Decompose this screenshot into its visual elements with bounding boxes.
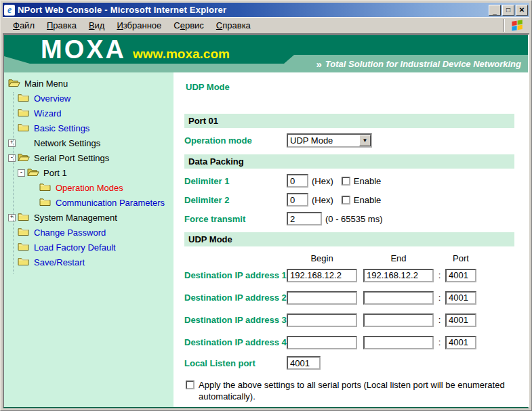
menu-bar: ФайлПравкаВидИзбранноеСервисСправка <box>3 17 529 34</box>
sidebar-item-network-settings[interactable]: +Network Settings <box>4 135 173 150</box>
windows-logo-icon <box>506 18 528 33</box>
section-header-udp-mode: UDP Mode <box>184 232 514 246</box>
delimiter2-row: Delimiter 2 (Hex) Enable <box>184 193 514 207</box>
section-header-data-packing: Data Packing <box>184 154 514 169</box>
sidebar-item-load-factory-default[interactable]: Load Factory Default <box>4 240 173 255</box>
sidebar-item-label: Change Password <box>34 228 106 238</box>
destination-ip-1-begin-input[interactable] <box>287 269 357 282</box>
operation-mode-row: Operation mode UDP Mode ▼ <box>184 133 514 148</box>
main-content: UDP Mode Port 01 Operation mode UDP Mode… <box>173 72 528 408</box>
destination-ip-3-end-input[interactable] <box>363 313 434 327</box>
operation-mode-value: UDP Mode <box>288 135 359 146</box>
destination-ip-4-begin-input[interactable] <box>287 336 357 349</box>
menu-item-4[interactable]: Сервис <box>167 18 210 33</box>
expand-plus-icon[interactable]: + <box>8 139 16 147</box>
expand-plus-icon[interactable]: + <box>8 214 16 221</box>
menu-item-3[interactable]: Избранное <box>110 18 167 33</box>
sidebar-item-operation-modes[interactable]: Operation Modes <box>4 180 173 195</box>
apply-all-ports-row: Apply the above settings to all serial p… <box>184 379 514 402</box>
delimiter1-enable-label: Enable <box>354 176 381 186</box>
destination-ip-4-end-input[interactable] <box>363 336 434 349</box>
operation-mode-label: Operation mode <box>184 135 287 146</box>
tree-guide-line <box>13 92 14 274</box>
destination-ip-1-end-input[interactable] <box>363 269 434 282</box>
destination-ip-row-1: Destination IP address 1: <box>184 265 514 286</box>
banner-tagline: » Total Solution for Industrial Device N… <box>274 55 528 72</box>
moxa-url-link[interactable]: www.moxa.com <box>133 47 230 62</box>
apply-all-ports-checkbox[interactable] <box>186 381 195 389</box>
sidebar-item-label: Wizard <box>34 108 61 118</box>
sidebar-item-basic-settings[interactable]: Basic Settings <box>4 121 173 135</box>
tagline-text: Total Solution for Industrial Device Net… <box>325 59 521 69</box>
window-title: NPort Web Console - Microsoft Internet E… <box>18 5 489 15</box>
delimiter1-input[interactable] <box>287 174 308 188</box>
destination-ip-1-port-input[interactable] <box>445 269 476 282</box>
operation-mode-select[interactable]: UDP Mode ▼ <box>287 133 372 148</box>
destination-ip-2-port-input[interactable] <box>445 291 476 305</box>
banner-chamfer <box>4 56 30 64</box>
destination-columns-header: Begin End Port <box>287 253 514 263</box>
delimiter2-label: Delimiter 2 <box>184 195 287 205</box>
port-separator: : <box>434 270 445 280</box>
port-separator: : <box>434 293 445 303</box>
menu-item-5[interactable]: Справка <box>210 18 257 33</box>
menu-item-1[interactable]: Правка <box>41 18 83 33</box>
local-listen-port-row: Local Listen port <box>184 356 514 370</box>
collapse-minus-icon[interactable]: - <box>18 169 25 177</box>
folder-open-icon <box>27 167 39 179</box>
sidebar-item-communication-parameters[interactable]: Communication Parameters <box>4 195 173 210</box>
folder-icon <box>18 212 30 223</box>
title-bar[interactable]: e NPort Web Console - Microsoft Internet… <box>3 3 529 17</box>
folder-icon <box>18 108 30 119</box>
sidebar-item-main-menu[interactable]: Main Menu <box>4 76 173 91</box>
sidebar-item-label: Network Settings <box>34 138 100 148</box>
destination-ip-2-end-input[interactable] <box>363 291 434 305</box>
menu-item-2[interactable]: Вид <box>83 18 111 33</box>
page-title: UDP Mode <box>186 82 514 92</box>
menu-item-0[interactable]: Файл <box>7 18 41 33</box>
sidebar-item-label: Save/Restart <box>34 257 85 267</box>
folder-icon <box>18 257 30 268</box>
destination-ip-3-port-input[interactable] <box>445 313 476 327</box>
moxa-logo: MOXA <box>41 36 126 63</box>
menu-separator <box>504 19 505 32</box>
collapse-minus-icon[interactable]: - <box>8 154 16 162</box>
force-transmit-input[interactable] <box>287 212 322 225</box>
minimize-button[interactable]: _ <box>489 5 501 16</box>
browser-viewport: » Total Solution for Industrial Device N… <box>3 34 529 408</box>
sidebar: Main MenuOverviewWizardBasic Settings+Ne… <box>4 72 173 408</box>
destination-ip-row-3: Destination IP address 3: <box>184 309 514 330</box>
destination-ip-2-begin-input[interactable] <box>287 291 357 305</box>
delimiter2-enable-label: Enable <box>354 195 381 205</box>
sidebar-item-save-restart[interactable]: Save/Restart <box>4 255 173 269</box>
folder-icon <box>18 227 30 238</box>
folder-icon <box>39 197 52 209</box>
folder-icon <box>18 242 30 253</box>
close-button[interactable]: ✕ <box>516 5 528 16</box>
sidebar-item-label: Main Menu <box>24 79 68 89</box>
sidebar-item-system-management[interactable]: +System Management <box>4 210 173 225</box>
dropdown-arrow-icon[interactable]: ▼ <box>359 135 371 146</box>
sidebar-item-wizard[interactable]: Wizard <box>4 106 173 121</box>
destination-ip-row-4: Destination IP address 4: <box>184 332 514 353</box>
maximize-button[interactable]: □ <box>502 5 514 16</box>
apply-all-ports-label: Apply the above settings to all serial p… <box>199 379 514 402</box>
sidebar-item-change-password[interactable]: Change Password <box>4 225 173 240</box>
folder-open-icon <box>18 152 30 164</box>
local-listen-port-input[interactable] <box>287 356 321 370</box>
sidebar-item-port-1[interactable]: -Port 1 <box>4 165 173 180</box>
sidebar-item-overview[interactable]: Overview <box>4 91 173 106</box>
sidebar-item-label: Communication Parameters <box>56 198 165 208</box>
destination-ip-3-begin-input[interactable] <box>287 313 357 327</box>
sidebar-item-label: System Management <box>34 213 117 223</box>
destination-ip-4-label: Destination IP address 4 <box>184 337 287 347</box>
delimiter1-enable-checkbox[interactable] <box>342 177 350 186</box>
destination-ip-row-2: Destination IP address 2: <box>184 287 514 308</box>
destination-ip-4-port-input[interactable] <box>445 336 476 349</box>
force-transmit-row: Force transmit (0 - 65535 ms) <box>184 212 514 225</box>
delimiter2-enable-checkbox[interactable] <box>342 196 350 204</box>
delimiter2-input[interactable] <box>287 193 308 207</box>
sidebar-item-serial-port-settings[interactable]: -Serial Port Settings <box>4 150 173 165</box>
chevrons-icon: » <box>316 58 321 70</box>
section-header-port: Port 01 <box>184 114 514 128</box>
